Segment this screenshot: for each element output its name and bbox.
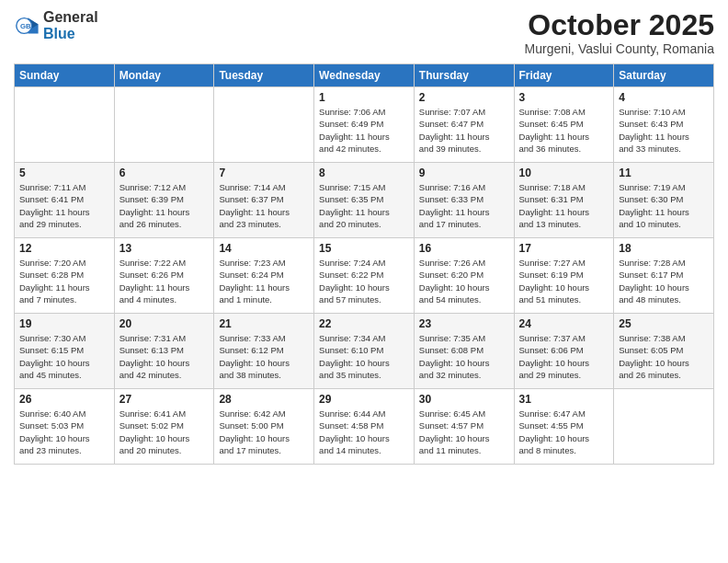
table-row: 9Sunrise: 7:16 AM Sunset: 6:33 PM Daylig… <box>414 163 514 238</box>
location: Murgeni, Vaslui County, Romania <box>525 41 714 56</box>
table-row: 3Sunrise: 7:08 AM Sunset: 6:45 PM Daylig… <box>514 87 614 163</box>
day-info: Sunrise: 7:06 AM Sunset: 6:49 PM Dayligh… <box>319 106 409 155</box>
table-row: 11Sunrise: 7:19 AM Sunset: 6:30 PM Dayli… <box>614 163 714 238</box>
day-info: Sunrise: 7:15 AM Sunset: 6:35 PM Dayligh… <box>319 181 409 230</box>
table-row: 21Sunrise: 7:33 AM Sunset: 6:12 PM Dayli… <box>214 314 314 389</box>
table-row: 22Sunrise: 7:34 AM Sunset: 6:10 PM Dayli… <box>314 314 415 389</box>
table-row: 15Sunrise: 7:24 AM Sunset: 6:22 PM Dayli… <box>314 238 415 314</box>
table-row: 25Sunrise: 7:38 AM Sunset: 6:05 PM Dayli… <box>614 314 714 389</box>
table-row: 30Sunrise: 6:45 AM Sunset: 4:57 PM Dayli… <box>414 389 514 465</box>
day-number: 20 <box>119 317 210 330</box>
table-row: 13Sunrise: 7:22 AM Sunset: 6:26 PM Dayli… <box>114 238 214 314</box>
col-friday: Friday <box>514 64 614 87</box>
day-info: Sunrise: 7:37 AM Sunset: 6:06 PM Dayligh… <box>519 332 609 381</box>
calendar-header-row: Sunday Monday Tuesday Wednesday Thursday… <box>15 64 714 87</box>
day-number: 16 <box>419 242 509 255</box>
table-row <box>614 389 714 465</box>
day-info: Sunrise: 7:07 AM Sunset: 6:47 PM Dayligh… <box>419 106 509 155</box>
table-row: 8Sunrise: 7:15 AM Sunset: 6:35 PM Daylig… <box>314 163 415 238</box>
table-row: 20Sunrise: 7:31 AM Sunset: 6:13 PM Dayli… <box>114 314 214 389</box>
calendar-week-row: 19Sunrise: 7:30 AM Sunset: 6:15 PM Dayli… <box>15 314 714 389</box>
calendar-week-row: 5Sunrise: 7:11 AM Sunset: 6:41 PM Daylig… <box>15 163 714 238</box>
table-row: 27Sunrise: 6:41 AM Sunset: 5:02 PM Dayli… <box>114 389 214 465</box>
day-number: 4 <box>619 91 709 104</box>
day-number: 17 <box>519 242 609 255</box>
day-info: Sunrise: 7:18 AM Sunset: 6:31 PM Dayligh… <box>519 181 609 230</box>
day-number: 15 <box>319 242 409 255</box>
day-number: 2 <box>419 91 509 104</box>
day-info: Sunrise: 7:20 AM Sunset: 6:28 PM Dayligh… <box>19 257 109 305</box>
table-row: 29Sunrise: 6:44 AM Sunset: 4:58 PM Dayli… <box>314 389 415 465</box>
day-number: 5 <box>19 167 109 179</box>
calendar-week-row: 26Sunrise: 6:40 AM Sunset: 5:03 PM Dayli… <box>15 389 714 465</box>
logo-general-text: General <box>43 9 98 26</box>
day-info: Sunrise: 7:23 AM Sunset: 6:24 PM Dayligh… <box>219 257 309 305</box>
day-number: 12 <box>19 242 109 255</box>
day-info: Sunrise: 7:16 AM Sunset: 6:33 PM Dayligh… <box>419 181 509 230</box>
table-row <box>214 87 314 163</box>
calendar-week-row: 1Sunrise: 7:06 AM Sunset: 6:49 PM Daylig… <box>15 87 714 163</box>
table-row: 31Sunrise: 6:47 AM Sunset: 4:55 PM Dayli… <box>514 389 614 465</box>
day-number: 19 <box>19 317 109 330</box>
header: GB General Blue October 2025 Murgeni, Va… <box>14 9 714 56</box>
table-row: 7Sunrise: 7:14 AM Sunset: 6:37 PM Daylig… <box>214 163 314 238</box>
table-row: 6Sunrise: 7:12 AM Sunset: 6:39 PM Daylig… <box>114 163 214 238</box>
day-info: Sunrise: 7:31 AM Sunset: 6:13 PM Dayligh… <box>119 332 210 381</box>
day-info: Sunrise: 6:45 AM Sunset: 4:57 PM Dayligh… <box>419 408 509 456</box>
table-row: 17Sunrise: 7:27 AM Sunset: 6:19 PM Dayli… <box>514 238 614 314</box>
day-number: 23 <box>419 317 509 330</box>
day-number: 9 <box>419 167 509 179</box>
table-row: 5Sunrise: 7:11 AM Sunset: 6:41 PM Daylig… <box>15 163 115 238</box>
day-info: Sunrise: 7:35 AM Sunset: 6:08 PM Dayligh… <box>419 332 509 381</box>
table-row: 26Sunrise: 6:40 AM Sunset: 5:03 PM Dayli… <box>15 389 115 465</box>
day-number: 10 <box>519 167 609 179</box>
col-sunday: Sunday <box>15 64 115 87</box>
day-number: 1 <box>319 91 409 104</box>
logo-icon: GB <box>14 13 40 39</box>
day-number: 25 <box>619 317 709 330</box>
table-row: 14Sunrise: 7:23 AM Sunset: 6:24 PM Dayli… <box>214 238 314 314</box>
day-info: Sunrise: 7:33 AM Sunset: 6:12 PM Dayligh… <box>219 332 309 381</box>
table-row: 19Sunrise: 7:30 AM Sunset: 6:15 PM Dayli… <box>15 314 115 389</box>
day-info: Sunrise: 6:47 AM Sunset: 4:55 PM Dayligh… <box>519 408 609 456</box>
day-number: 13 <box>119 242 210 255</box>
day-number: 22 <box>319 317 409 330</box>
day-info: Sunrise: 6:44 AM Sunset: 4:58 PM Dayligh… <box>319 408 409 456</box>
calendar-table: Sunday Monday Tuesday Wednesday Thursday… <box>14 63 714 465</box>
day-info: Sunrise: 7:12 AM Sunset: 6:39 PM Dayligh… <box>119 181 210 230</box>
day-info: Sunrise: 6:42 AM Sunset: 5:00 PM Dayligh… <box>219 408 309 456</box>
day-number: 14 <box>219 242 309 255</box>
day-number: 29 <box>319 393 409 406</box>
logo: GB General Blue <box>14 9 98 41</box>
day-number: 27 <box>119 393 210 406</box>
table-row: 23Sunrise: 7:35 AM Sunset: 6:08 PM Dayli… <box>414 314 514 389</box>
table-row: 10Sunrise: 7:18 AM Sunset: 6:31 PM Dayli… <box>514 163 614 238</box>
day-info: Sunrise: 7:38 AM Sunset: 6:05 PM Dayligh… <box>619 332 709 381</box>
day-info: Sunrise: 7:11 AM Sunset: 6:41 PM Dayligh… <box>19 181 109 230</box>
table-row: 1Sunrise: 7:06 AM Sunset: 6:49 PM Daylig… <box>314 87 415 163</box>
calendar-week-row: 12Sunrise: 7:20 AM Sunset: 6:28 PM Dayli… <box>15 238 714 314</box>
page: GB General Blue October 2025 Murgeni, Va… <box>0 0 728 563</box>
day-info: Sunrise: 7:22 AM Sunset: 6:26 PM Dayligh… <box>119 257 210 305</box>
day-info: Sunrise: 7:08 AM Sunset: 6:45 PM Dayligh… <box>519 106 609 155</box>
table-row: 18Sunrise: 7:28 AM Sunset: 6:17 PM Dayli… <box>614 238 714 314</box>
day-number: 24 <box>519 317 609 330</box>
svg-text:GB: GB <box>20 21 31 29</box>
table-row: 24Sunrise: 7:37 AM Sunset: 6:06 PM Dayli… <box>514 314 614 389</box>
day-info: Sunrise: 7:24 AM Sunset: 6:22 PM Dayligh… <box>319 257 409 305</box>
day-info: Sunrise: 7:28 AM Sunset: 6:17 PM Dayligh… <box>619 257 709 305</box>
month-title: October 2025 <box>525 9 714 41</box>
table-row <box>114 87 214 163</box>
col-monday: Monday <box>114 64 214 87</box>
table-row: 28Sunrise: 6:42 AM Sunset: 5:00 PM Dayli… <box>214 389 314 465</box>
title-block: October 2025 Murgeni, Vaslui County, Rom… <box>525 9 714 56</box>
day-info: Sunrise: 7:30 AM Sunset: 6:15 PM Dayligh… <box>19 332 109 381</box>
day-info: Sunrise: 6:41 AM Sunset: 5:02 PM Dayligh… <box>119 408 210 456</box>
day-info: Sunrise: 7:14 AM Sunset: 6:37 PM Dayligh… <box>219 181 309 230</box>
day-number: 8 <box>319 167 409 179</box>
table-row: 4Sunrise: 7:10 AM Sunset: 6:43 PM Daylig… <box>614 87 714 163</box>
logo-blue-text: Blue <box>43 26 98 42</box>
day-number: 26 <box>19 393 109 406</box>
logo-text: General Blue <box>43 9 98 41</box>
day-info: Sunrise: 7:19 AM Sunset: 6:30 PM Dayligh… <box>619 181 709 230</box>
